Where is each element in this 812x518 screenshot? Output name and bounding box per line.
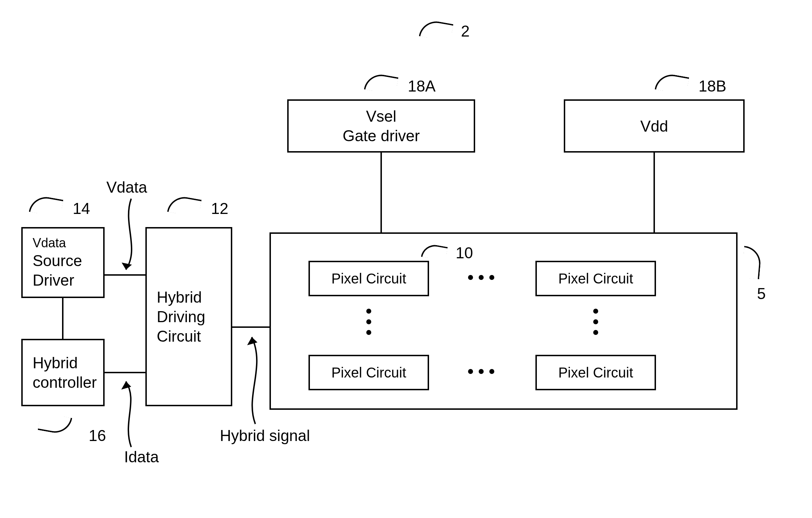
block-pixel-circuit-br: Pixel Circuit — [535, 355, 656, 390]
ref-label-source-driver: 14 — [73, 199, 90, 218]
gate-driver-line2: Gate driver — [343, 126, 420, 145]
label-pixel-circuit-tl: Pixel Circuit — [331, 270, 406, 287]
pointer-idata — [117, 376, 142, 447]
svg-marker-2 — [247, 337, 257, 345]
ellipsis-v-left — [366, 309, 371, 335]
vdd-line1: Vdd — [640, 116, 668, 136]
hybrid-driving-line2: Driving — [157, 307, 205, 326]
ref-arc-source-driver — [29, 194, 63, 217]
block-pixel-circuit-tr: Pixel Circuit — [535, 261, 656, 296]
ellipsis-h-bottom — [468, 369, 494, 374]
ellipsis-h-top — [468, 275, 494, 280]
block-pixel-circuit-bl: Pixel Circuit — [308, 355, 429, 390]
ref-arc-hybrid-driving — [167, 194, 201, 217]
hybrid-controller-line1: Hybrid — [33, 353, 78, 373]
signal-label-vdata: Vdata — [106, 177, 147, 197]
ref-arc-gate-driver — [364, 72, 398, 95]
block-hybrid-controller: Hybrid controller — [21, 339, 105, 406]
svg-marker-0 — [122, 263, 132, 270]
block-source-driver: Vdata Source Driver — [21, 227, 105, 298]
block-vdd: Vdd — [564, 99, 745, 153]
block-gate-driver: Vsel Gate driver — [287, 99, 475, 153]
pointer-hybrid-signal — [241, 332, 269, 424]
ref-arc-pixel-array — [741, 246, 762, 279]
gate-driver-line1: Vsel — [366, 106, 396, 126]
hybrid-driving-line3: Circuit — [157, 326, 201, 346]
block-pixel-circuit-tl: Pixel Circuit — [308, 261, 429, 296]
signal-label-hybrid: Hybrid signal — [220, 426, 310, 445]
source-driver-line2: Driver — [33, 270, 74, 290]
ref-label-hybrid-controller: 16 — [89, 426, 106, 445]
signal-label-idata: Idata — [124, 447, 159, 467]
ref-label-hybrid-driving: 12 — [211, 199, 228, 218]
label-pixel-circuit-br: Pixel Circuit — [558, 364, 633, 381]
wire-controller-to-hybriddriving — [105, 372, 145, 373]
ref-label-gate-driver: 18A — [408, 76, 435, 96]
ref-arc-hybrid-controller — [38, 413, 72, 436]
ref-arc-system — [419, 19, 453, 42]
wire-vdd-to-array — [654, 153, 655, 232]
wire-hybriddriving-to-array — [232, 326, 269, 328]
hybrid-driving-line1: Hybrid — [157, 287, 202, 307]
label-pixel-circuit-tr: Pixel Circuit — [558, 270, 633, 287]
hybrid-controller-line2: controller — [33, 373, 97, 392]
ellipsis-v-right — [593, 309, 598, 335]
block-hybrid-driving: Hybrid Driving Circuit — [145, 227, 232, 406]
pointer-vdata — [121, 199, 142, 277]
ref-arc-vdd — [655, 72, 689, 95]
source-driver-small: Vdata — [33, 235, 66, 250]
wire-sourcedriver-to-controller — [62, 298, 63, 339]
diagram-canvas: 2 18A Vsel Gate driver 18B Vdd 14 Vdata … — [0, 0, 812, 518]
source-driver-line1: Source — [33, 251, 82, 270]
wire-gate-to-array — [380, 153, 382, 232]
ref-label-system: 2 — [461, 21, 469, 41]
label-pixel-circuit-bl: Pixel Circuit — [331, 364, 406, 381]
ref-label-pixel-circuit: 10 — [456, 243, 473, 263]
ref-label-vdd: 18B — [699, 76, 726, 96]
ref-label-pixel-array: 5 — [757, 284, 766, 303]
